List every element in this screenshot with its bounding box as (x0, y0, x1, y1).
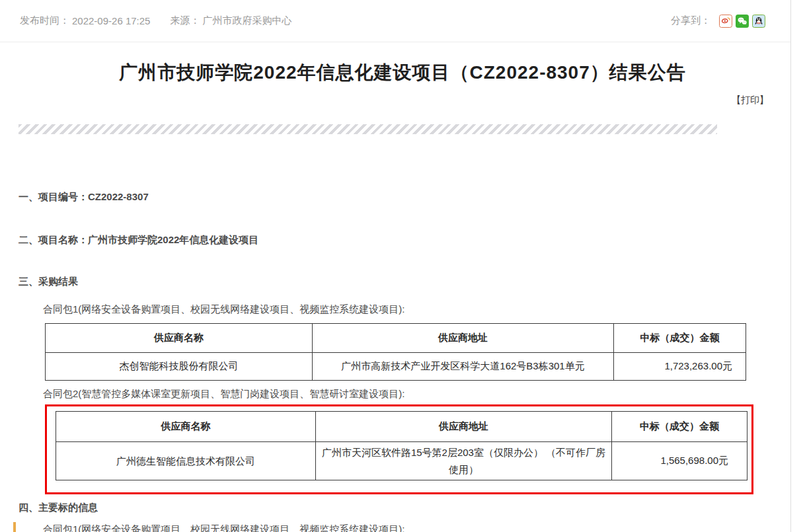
wechat-share-icon[interactable] (736, 15, 749, 28)
artifact-mark (13, 522, 16, 532)
supplier-address-cell: 广州市天河区软件路15号第2层203室（仅限办公） （不可作厂房使用） (316, 442, 612, 480)
section-project-number: 一、项目编号：CZ2022-8307 (19, 190, 805, 204)
print-button[interactable]: 【打印】 (732, 95, 769, 105)
publish-time-value: 2022-09-26 17:25 (72, 15, 150, 26)
table-row: 杰创智能科技股份有限公司 广州市高新技术产业开发区科学大道162号B3栋301单… (46, 353, 746, 381)
section-procurement-result: 三、采购结果 (19, 274, 805, 288)
section-project-name: 二、项目名称：广州市技师学院2022年信息化建设项目 (19, 233, 805, 247)
award-amount-cell: 1,723,263.00元 (614, 353, 746, 381)
share-bar: 分享到： (671, 15, 765, 28)
header-supplier-address: 供应商地址 (313, 324, 614, 353)
announcement-page: 发布时间： 2022-09-26 17:25 来源： 广州市政府采购中心 分享到… (0, 0, 805, 532)
package1-intro: 合同包1(网络安全设备购置项目、校园无线网络建设项目、视频监控系统建设项目): (43, 303, 805, 316)
hatched-divider (19, 124, 717, 134)
share-to-label: 分享到： (671, 15, 710, 27)
supplier-name-cell: 杰创智能科技股份有限公司 (46, 353, 313, 381)
package2-intro: 合同包2(智慧管控多媒体课室更新项目、智慧门岗建设项目、智慧研讨室建设项目): (43, 387, 805, 400)
meta-bar: 发布时间： 2022-09-26 17:25 来源： 广州市政府采购中心 分享到… (0, 0, 790, 42)
header-supplier-name: 供应商名称 (56, 412, 316, 442)
header-supplier-address: 供应商地址 (316, 412, 612, 442)
weibo-share-icon[interactable] (719, 15, 732, 28)
publish-time-label: 发布时间： (20, 15, 69, 27)
qq-share-icon[interactable] (752, 15, 765, 28)
award-amount-cell: 1,565,698.00元 (612, 442, 748, 480)
right-border-rule (790, 0, 791, 532)
print-row: 【打印】 (0, 94, 790, 107)
header-award-amount: 中标（成交）金额 (614, 324, 746, 353)
supplier-address-cell: 广州市高新技术产业开发区科学大道162号B3栋301单元 (313, 353, 614, 381)
header-supplier-name: 供应商名称 (46, 324, 313, 353)
table-header-row: 供应商名称 供应商地址 中标（成交）金额 (46, 324, 746, 353)
source-value: 广州市政府采购中心 (202, 15, 291, 27)
source-label: 来源： (170, 15, 200, 27)
truncated-bottom-line: 合同包1(网络安全设备购置项目、校园无线网络建设项目、视频监控系统建设项目): (43, 523, 805, 532)
supplier-name-cell: 广州德生智能信息技术有限公司 (56, 442, 316, 480)
package2-result-table: 供应商名称 供应商地址 中标（成交）金额 广州德生智能信息技术有限公司 广州市天… (56, 411, 748, 480)
package1-result-table: 供应商名称 供应商地址 中标（成交）金额 杰创智能科技股份有限公司 广州市高新技… (45, 323, 746, 381)
page-title: 广州市技师学院2022年信息化建设项目（CZ2022-8307）结果公告 (40, 59, 765, 85)
table-header-row: 供应商名称 供应商地址 中标（成交）金额 (56, 412, 748, 442)
red-highlight-box: 供应商名称 供应商地址 中标（成交）金额 广州德生智能信息技术有限公司 广州市天… (45, 404, 753, 494)
section-main-subject-info: 四、主要标的信息 (19, 500, 805, 514)
table-row: 广州德生智能信息技术有限公司 广州市天河区软件路15号第2层203室（仅限办公）… (56, 442, 748, 480)
header-award-amount: 中标（成交）金额 (612, 412, 748, 442)
